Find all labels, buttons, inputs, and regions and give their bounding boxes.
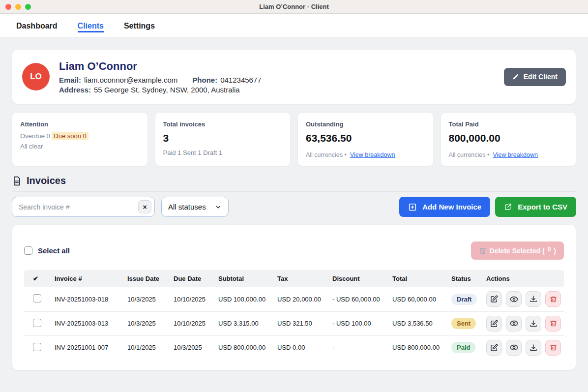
phone-label: Phone: <box>192 76 217 84</box>
table-row: INV-20251001-007 10/1/2025 10/3/2025 USD… <box>24 335 564 360</box>
view-breakdown-link[interactable]: View breakdown <box>350 151 395 158</box>
discount: - <box>332 335 392 360</box>
stat-title: Total Paid <box>449 121 568 128</box>
all-clear-text: All clear <box>20 143 140 150</box>
invoice-number: INV-20251003-013 <box>55 311 127 335</box>
trash-icon <box>479 247 487 255</box>
invoice-number: INV-20251001-007 <box>55 335 127 360</box>
stat-title: Attention <box>20 121 140 128</box>
nav-tab-settings[interactable]: Settings <box>124 19 155 32</box>
download-invoice-button[interactable] <box>526 340 541 356</box>
eye-icon <box>510 319 518 328</box>
overdue-count: Overdue 0 <box>20 132 50 140</box>
chevron-down-icon <box>215 204 222 211</box>
zoom-window-button[interactable] <box>25 4 31 10</box>
stats-row: Attention Overdue 0 Due soon 0 All clear… <box>12 112 576 166</box>
edit-client-button[interactable]: Edit Client <box>504 68 566 86</box>
status-badge: Paid <box>451 342 475 353</box>
delete-selected-button[interactable]: Delete Selected ( 0 ) <box>471 241 564 260</box>
col-subtotal: Subtotal <box>218 270 277 287</box>
edit-invoice-button[interactable] <box>486 316 502 332</box>
minimize-window-button[interactable] <box>15 4 21 10</box>
email-label: Email: <box>59 76 81 84</box>
edit-icon <box>490 295 498 303</box>
address-label: Address: <box>59 86 91 94</box>
view-invoice-button[interactable] <box>506 291 522 307</box>
total-paid-value: 800,000.00 <box>449 132 568 144</box>
due-date: 10/3/2025 <box>174 335 218 360</box>
invoices-section-title: Invoices <box>27 175 66 186</box>
tax: USD 20,000.00 <box>277 287 332 311</box>
stat-card-total-paid: Total Paid 800,000.00 All currencies • V… <box>441 112 577 166</box>
external-link-icon <box>504 203 512 211</box>
clear-search-button[interactable]: × <box>138 200 151 213</box>
col-issue-date: Issue Date <box>127 270 174 287</box>
subtotal: USD 3,315.00 <box>218 311 277 335</box>
total-invoices-value: 3 <box>163 132 283 144</box>
download-icon <box>529 320 537 328</box>
status-badge: Draft <box>451 294 477 305</box>
stat-card-outstanding: Outstanding 63,536.50 All currencies • V… <box>297 112 434 166</box>
col-actions: Actions <box>486 270 564 287</box>
row-checkbox[interactable] <box>33 319 41 327</box>
delete-invoice-button[interactable] <box>545 316 561 332</box>
client-name: Liam O’Connor <box>59 60 262 73</box>
col-due-date: Due Date <box>174 270 218 287</box>
issue-date: 10/1/2025 <box>127 335 174 360</box>
close-icon: × <box>143 203 147 211</box>
eye-icon <box>510 295 518 303</box>
delete-invoice-button[interactable] <box>545 340 561 356</box>
view-breakdown-link[interactable]: View breakdown <box>493 151 538 158</box>
stat-title: Total invoices <box>163 121 283 128</box>
client-email: liam.oconnor@example.com <box>84 76 177 84</box>
client-card: LO Liam O’Connor Email: liam.oconnor@exa… <box>12 49 576 104</box>
tax: USD 0.00 <box>277 335 332 360</box>
edit-invoice-button[interactable] <box>486 291 502 307</box>
window-title: Liam O’Connor · Client <box>259 3 329 10</box>
select-all-checkbox[interactable] <box>24 246 32 255</box>
stat-title: Outstanding <box>306 121 425 128</box>
table-header-row: ✔ Invoice # Issue Date Due Date Subtotal… <box>24 270 564 287</box>
divider <box>12 191 576 192</box>
discount: - USD 60,000.00 <box>332 287 392 311</box>
export-csv-button[interactable]: Export to CSV <box>495 197 576 217</box>
edit-invoice-button[interactable] <box>486 340 502 356</box>
table-row: INV-20251003-013 10/3/2025 10/10/2025 US… <box>24 311 564 335</box>
col-total: Total <box>392 270 451 287</box>
subtotal: USD 800,000.00 <box>218 335 277 360</box>
row-checkbox[interactable] <box>33 294 41 302</box>
trash-icon <box>550 344 557 351</box>
document-icon <box>12 176 22 186</box>
window-controls <box>5 4 31 10</box>
search-input[interactable] <box>12 197 155 217</box>
view-invoice-button[interactable] <box>506 340 522 356</box>
trash-icon <box>550 320 557 327</box>
row-checkbox[interactable] <box>33 343 41 351</box>
currencies-note: All currencies • <box>449 151 490 158</box>
invoice-status-breakdown: Paid 1 Sent 1 Draft 1 <box>163 149 283 156</box>
nav-tab-clients[interactable]: Clients <box>78 19 104 32</box>
close-window-button[interactable] <box>5 4 11 10</box>
delete-invoice-button[interactable] <box>545 291 561 307</box>
pencil-icon <box>512 73 519 80</box>
add-new-invoice-button[interactable]: Add New Invoice <box>399 197 490 217</box>
add-new-invoice-label: Add New Invoice <box>422 203 481 211</box>
due-date: 10/10/2025 <box>174 311 218 335</box>
table-row: INV-20251003-018 10/3/2025 10/10/2025 US… <box>24 287 564 311</box>
total: USD 3,536.50 <box>392 311 451 335</box>
download-invoice-button[interactable] <box>526 291 541 307</box>
view-invoice-button[interactable] <box>506 316 522 332</box>
col-check: ✔ <box>24 270 55 287</box>
invoice-number: INV-20251003-018 <box>55 287 127 311</box>
edit-client-label: Edit Client <box>524 73 558 81</box>
tax: USD 321.50 <box>277 311 332 335</box>
col-discount: Discount <box>332 270 392 287</box>
due-date: 10/10/2025 <box>174 287 218 311</box>
download-icon <box>529 295 537 303</box>
due-soon-badge: Due soon 0 <box>52 132 88 140</box>
download-invoice-button[interactable] <box>526 316 541 332</box>
nav-tab-dashboard[interactable]: Dashboard <box>16 19 58 32</box>
status-badge: Sent <box>451 318 476 329</box>
discount: - USD 100.00 <box>332 311 392 335</box>
status-filter-select[interactable]: All statuses <box>161 197 229 217</box>
